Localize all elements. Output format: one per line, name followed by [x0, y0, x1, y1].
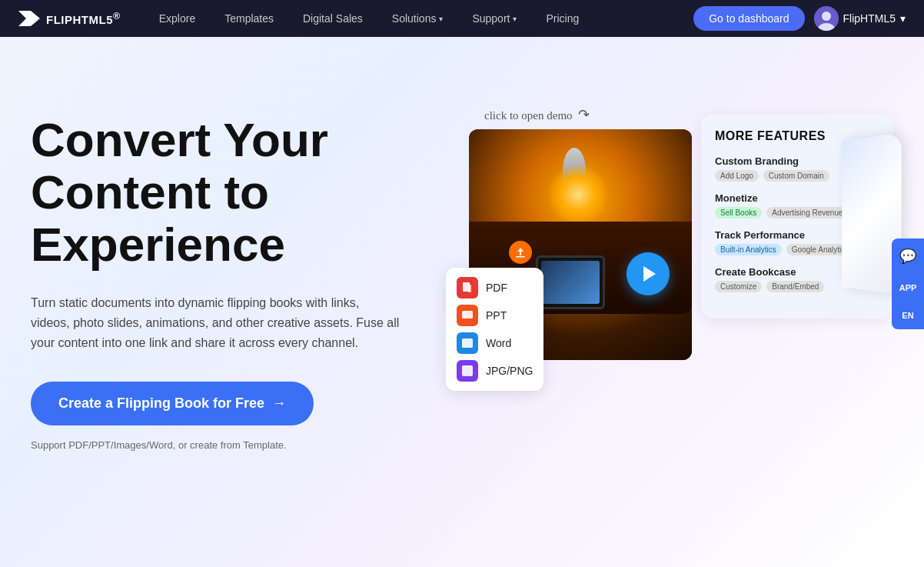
feature-tag-add-logo: Add Logo	[715, 170, 759, 182]
nav-item-templates[interactable]: Templates	[211, 0, 288, 37]
hero-left: Convert Your Content to Experience Turn …	[31, 98, 430, 451]
format-word-label: Word	[486, 337, 511, 349]
svg-rect-4	[516, 256, 525, 258]
language-label: EN	[902, 311, 913, 320]
hero-section: Convert Your Content to Experience Turn …	[0, 37, 924, 567]
svg-rect-8	[462, 365, 473, 376]
features-panel: MORE FEATURES Custom Branding Add Logo C…	[701, 114, 893, 319]
demo-label: click to open demo ↷	[484, 106, 590, 123]
nav-item-explore[interactable]: Explore	[145, 0, 209, 37]
hero-description: Turn static documents into dynamic flipp…	[31, 293, 400, 354]
nav-right: Go to dashboard FlipHTML5 ▾	[693, 6, 906, 31]
format-ppt: PPT	[457, 305, 533, 326]
nav-item-pricing[interactable]: Pricing	[532, 0, 593, 37]
format-pdf: PDF	[457, 277, 533, 299]
feature-tag-customize: Customize	[715, 281, 762, 292]
feature-tag-brand-embed: Brand/Embed	[766, 281, 824, 292]
logo-icon	[18, 8, 40, 29]
format-word: Word	[457, 332, 533, 354]
pdf-icon	[457, 277, 478, 299]
cta-arrow-icon: →	[272, 395, 286, 412]
jpg-icon	[457, 360, 478, 382]
format-ppt-label: PPT	[486, 309, 507, 322]
dashboard-button[interactable]: Go to dashboard	[693, 6, 804, 31]
svg-rect-7	[462, 339, 473, 348]
play-icon	[643, 266, 656, 282]
feature-tag-custom-domain: Custom Domain	[763, 170, 829, 182]
logo-text: FLIPHTML5®	[46, 11, 121, 26]
svg-point-2	[822, 12, 831, 21]
navbar: FLIPHTML5® Explore Templates Digital Sal…	[0, 0, 924, 37]
logo[interactable]: FLIPHTML5®	[18, 8, 121, 29]
feature-tag-analytics: Built-in Analytics	[715, 244, 782, 255]
upload-icon	[514, 246, 527, 258]
chat-button[interactable]: 💬	[892, 238, 924, 274]
svg-marker-0	[18, 11, 40, 26]
demo-arrow-icon: ↷	[578, 106, 590, 123]
word-icon	[457, 332, 478, 354]
nav-links: Explore Templates Digital Sales Solution…	[145, 0, 694, 37]
tablet-device	[536, 255, 605, 309]
tablet-screen	[541, 261, 600, 304]
cta-button[interactable]: Create a Flipping Book for Free →	[31, 382, 314, 425]
hero-right: click to open demo ↷	[446, 98, 893, 499]
lamp-glow	[547, 164, 609, 225]
format-jpg-label: JPG/PNG	[486, 365, 533, 377]
logo-reg: ®	[113, 11, 121, 22]
upload-badge[interactable]	[509, 241, 532, 264]
language-button[interactable]: EN	[892, 302, 924, 329]
svg-rect-6	[462, 311, 473, 319]
cta-label: Create a Flipping Book for Free	[58, 395, 264, 412]
hero-title: Convert Your Content to Experience	[31, 114, 430, 272]
format-jpg: JPG/PNG	[457, 360, 533, 382]
feature-tag-advertising: Advertising Revenue	[766, 207, 848, 218]
user-name: FlipHTML5	[843, 12, 896, 25]
avatar	[814, 6, 839, 31]
feature-tag-sell-books: Sell Books	[715, 207, 762, 218]
hero-subtitle: Support PDF/PPT/Images/Word, or create f…	[31, 439, 430, 451]
ppt-icon	[457, 305, 478, 326]
play-button[interactable]	[627, 252, 670, 295]
app-label: APP	[899, 283, 917, 292]
user-chevron-icon: ▾	[900, 12, 906, 25]
nav-item-support[interactable]: Support▾	[458, 0, 530, 37]
nav-item-digital-sales[interactable]: Digital Sales	[289, 0, 377, 37]
user-menu[interactable]: FlipHTML5 ▾	[814, 6, 906, 31]
side-buttons: 💬 APP EN	[892, 238, 924, 329]
format-badges: PDF PPT Word JPG/PNG	[446, 268, 543, 391]
nav-item-solutions[interactable]: Solutions▾	[378, 0, 457, 37]
chat-icon: 💬	[899, 248, 916, 265]
format-pdf-label: PDF	[486, 282, 507, 294]
app-button[interactable]: APP	[892, 274, 924, 302]
